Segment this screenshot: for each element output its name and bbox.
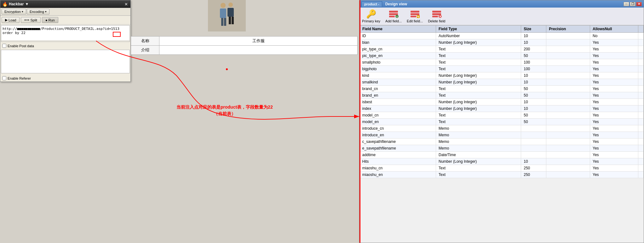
design-table: Field Name Field Type Size Precision All… — [359, 25, 644, 178]
encryption-arrow: ▾ — [22, 10, 23, 13]
primary-key-tool[interactable]: 🔑 Primary key — [362, 9, 380, 23]
post-data-input[interactable] — [1, 50, 130, 73]
url-input[interactable]: http://■■■■■■■■■■■/Production/PRODUCT_DE… — [1, 25, 129, 41]
field-size — [521, 132, 546, 138]
field-type: Text — [436, 53, 521, 59]
design-table-row[interactable]: miaoshu_cnText250Yes — [360, 165, 644, 172]
close-button[interactable]: ✕ — [636, 2, 642, 6]
enable-post-section: Enable Post data — [0, 42, 130, 49]
load-button[interactable]: ▶ Load — [2, 17, 20, 23]
svg-rect-1 — [220, 8, 226, 18]
field-size: 50 — [521, 112, 546, 119]
svg-rect-20 — [432, 11, 441, 13]
design-table-row[interactable]: isbestNumber (Long Integer)10Yes — [360, 99, 644, 105]
field-size: 50 — [521, 92, 546, 99]
svg-rect-7 — [232, 17, 234, 24]
minimize-button[interactable]: ─ — [624, 2, 629, 6]
design-toolbar: 🔑 Primary key + Add field... — [359, 8, 644, 25]
field-name: introduce_en — [360, 132, 436, 138]
field-name: isbest — [360, 99, 436, 105]
field-name: miaoshu_cn — [360, 165, 436, 172]
svg-text:+: + — [396, 15, 398, 18]
design-table-row[interactable]: smallkindNumber (Long Integer)10Yes — [360, 79, 644, 86]
field-allows_null: Yes — [590, 72, 638, 79]
design-table-row[interactable]: bianNumber (Long Integer)10Yes — [360, 39, 644, 46]
field-size: 10 — [521, 79, 546, 86]
delete-field-tool[interactable]: ✕ Delete field — [428, 9, 445, 23]
design-table-wrapper[interactable]: Field Name Field Type Size Precision All… — [359, 25, 644, 234]
encryption-label: Encryption — [4, 10, 21, 14]
run-button[interactable]: ● Run — [42, 17, 58, 23]
field-type: Number (Long Integer) — [436, 39, 521, 46]
spacer-cell — [638, 86, 644, 92]
svg-rect-17 — [411, 16, 416, 17]
svg-point-8 — [226, 68, 228, 70]
design-table-row[interactable]: indexNumber (Long Integer)10Yes — [360, 105, 644, 112]
spacer-cell — [638, 172, 644, 178]
encoding-label: Encoding — [30, 10, 44, 14]
design-table-row[interactable]: e_savepathfilenameMemoYes — [360, 145, 644, 152]
design-table-row[interactable]: model_cnText50Yes — [360, 112, 644, 119]
add-field-tool[interactable]: + Add field... — [385, 9, 402, 23]
design-table-row[interactable]: smallphotoText100Yes — [360, 59, 644, 66]
field-type: Number (Long Integer) — [436, 105, 521, 112]
design-table-row[interactable]: kindNumber (Long Integer)10Yes — [360, 72, 644, 79]
product-image — [208, 0, 246, 31]
field-precision — [546, 165, 590, 172]
field-precision — [546, 46, 590, 53]
design-table-row[interactable]: HitsNumber (Long Integer)10Yes — [360, 158, 644, 165]
design-table-row[interactable]: bigphotoText100Yes — [360, 66, 644, 72]
svg-rect-6 — [229, 17, 231, 24]
encryption-button[interactable]: Encryption ▾ — [2, 9, 26, 14]
field-precision — [546, 33, 590, 39]
svg-rect-11 — [389, 13, 398, 15]
design-table-row[interactable]: addtimeDate/TimeYes — [360, 152, 644, 158]
enable-post-checkbox[interactable] — [2, 44, 6, 48]
field-type: Number (Long Integer) — [436, 72, 521, 79]
enable-referer-checkbox[interactable] — [2, 76, 6, 80]
design-table-row[interactable]: c_savepathfilenameMemoYes — [360, 138, 644, 145]
restore-button[interactable]: ❐ — [630, 2, 635, 6]
design-title-tab[interactable]: product - — [361, 1, 382, 7]
design-table-row[interactable]: pic_type_enText50Yes — [360, 53, 644, 59]
field-type: AutoNumber — [436, 33, 521, 39]
highlight-box — [113, 32, 121, 37]
design-table-row[interactable]: introduce_enMemoYes — [360, 132, 644, 138]
design-table-row[interactable]: IDAutoNumber10No — [360, 33, 644, 39]
split-button[interactable]: ⟺ Split — [21, 17, 40, 23]
design-table-row[interactable]: miaoshu_enText250Yes — [360, 172, 644, 178]
spacer-cell — [638, 119, 644, 125]
design-table-row[interactable]: brand_enText50Yes — [360, 92, 644, 99]
hackbar-close-button[interactable]: ✕ — [124, 2, 129, 7]
field-size — [521, 125, 546, 132]
design-table-row[interactable]: model_enText50Yes — [360, 119, 644, 125]
field-name: brand_cn — [360, 86, 436, 92]
field-allows_null: Yes — [590, 138, 638, 145]
field-size — [521, 152, 546, 158]
spacer-cell — [638, 92, 644, 99]
svg-rect-22 — [432, 16, 438, 17]
col-allows-null: AllowsNull — [590, 25, 638, 33]
field-precision — [546, 105, 590, 112]
col-field-name: Field Name — [360, 25, 436, 33]
edit-field-tool[interactable]: ✎ Edit field... — [407, 9, 423, 23]
field-type: Text — [436, 86, 521, 92]
spacer-cell — [638, 39, 644, 46]
field-size — [521, 138, 546, 145]
design-table-row[interactable]: introduce_cnMemoYes — [360, 125, 644, 132]
spacer-cell — [638, 33, 644, 39]
encoding-button[interactable]: Encoding ▾ — [27, 9, 49, 14]
field-precision — [546, 152, 590, 158]
field-precision — [546, 119, 590, 125]
field-allows_null: Yes — [590, 39, 638, 46]
field-name: miaoshu_en — [360, 172, 436, 178]
design-left-border — [359, 0, 360, 243]
design-table-row[interactable]: brand_cnText50Yes — [360, 86, 644, 92]
design-table-row[interactable]: pic_type_cnText200Yes — [360, 46, 644, 53]
field-name: pic_type_cn — [360, 46, 436, 53]
hackbar-toolbar: Encryption ▾ Encoding ▾ — [0, 8, 130, 16]
field-precision — [546, 99, 590, 105]
field-allows_null: Yes — [590, 92, 638, 99]
field-allows_null: Yes — [590, 145, 638, 152]
field-name: e_savepathfilename — [360, 145, 436, 152]
